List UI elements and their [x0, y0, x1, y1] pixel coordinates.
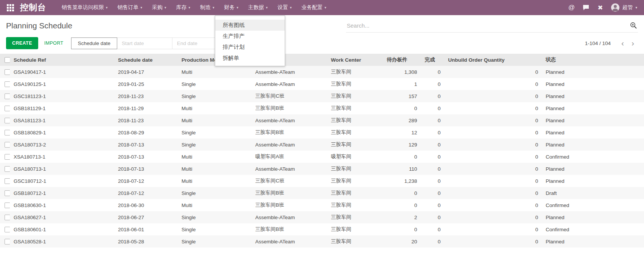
- table-cell: GSB180630-1: [10, 199, 114, 211]
- mention-icon[interactable]: @: [565, 0, 578, 15]
- search-bar[interactable]: Search...: [346, 21, 638, 33]
- table-cell: 0: [444, 66, 542, 78]
- table-row[interactable]: GSA180713-12018-07-13MultiAssemble-ATeam…: [0, 163, 644, 175]
- search-input[interactable]: Search...: [347, 22, 369, 29]
- nav-menu-item[interactable]: 销售菜单访问权限▾: [57, 0, 113, 15]
- table-row[interactable]: GSB180630-12018-06-30Multi三胺车间B班三胺车间000C…: [0, 199, 644, 211]
- table-cell: 吸塑车间A班: [251, 151, 327, 163]
- table-cell: Planned: [542, 114, 644, 126]
- nav-menu-label: 采购: [152, 4, 163, 11]
- table-cell: 2018-11-23: [114, 114, 178, 126]
- table-row[interactable]: GSA190125-12019-01-25SingleAssemble-ATea…: [0, 78, 644, 90]
- nav-menu-label: 制造: [200, 4, 211, 11]
- app-title[interactable]: 控制台: [20, 2, 46, 13]
- table-cell: 三胺车间: [327, 187, 383, 199]
- table-cell: 2018-06-27: [114, 211, 178, 223]
- table-cell: 三胺车间: [327, 102, 383, 114]
- row-checkbox[interactable]: [5, 154, 10, 160]
- nav-menu-item[interactable]: 主数据▾: [243, 0, 273, 15]
- row-checkbox[interactable]: [5, 142, 10, 148]
- row-checkbox[interactable]: [5, 106, 10, 111]
- table-row[interactable]: GSC180712-12018-07-12Multi三胺车间C班三胺车间1,23…: [0, 175, 644, 187]
- dropdown-menu-item[interactable]: 所有图纸: [215, 20, 285, 31]
- table-cell: Planned: [542, 90, 644, 102]
- table-row[interactable]: GSA180713-22018-07-13SingleAssemble-ATea…: [0, 139, 644, 151]
- nav-menu-item[interactable]: 库存▾: [171, 0, 196, 15]
- user-menu[interactable]: 超管 ▾: [608, 0, 640, 15]
- table-cell: Assemble-ATeam: [251, 78, 327, 90]
- table-row[interactable]: GSA180627-12018-06-27SingleAssemble-ATea…: [0, 211, 644, 223]
- table-cell: 0: [421, 211, 444, 223]
- table-cell: Single: [178, 223, 251, 235]
- chevron-down-icon: ▾: [237, 6, 239, 9]
- row-checkbox[interactable]: [5, 130, 10, 136]
- table-row[interactable]: GSA181123-12018-11-23MultiAssemble-ATeam…: [0, 114, 644, 126]
- table-cell: 2018-08-29: [114, 126, 178, 139]
- column-header[interactable]: Work Center: [327, 54, 383, 66]
- nav-menu-item[interactable]: 设置▾: [273, 0, 297, 15]
- row-checkbox[interactable]: [5, 69, 10, 75]
- messages-icon[interactable]: [579, 0, 592, 15]
- column-header[interactable]: Schedule date: [114, 54, 178, 66]
- row-checkbox[interactable]: [5, 239, 10, 245]
- create-button[interactable]: CREATE: [6, 37, 38, 49]
- column-header[interactable]: 状态: [542, 54, 644, 66]
- import-button[interactable]: IMPORT: [44, 40, 64, 46]
- table-cell: 三胺车间C班: [251, 90, 327, 102]
- nav-menu-item[interactable]: 销售订单▾: [113, 0, 147, 15]
- table-cell: Single: [178, 90, 251, 102]
- search-icon[interactable]: [630, 22, 637, 29]
- column-header[interactable]: 待办板件: [383, 54, 421, 66]
- table-cell: Planned: [542, 175, 644, 187]
- row-checkbox[interactable]: [5, 202, 10, 208]
- pager-next-button[interactable]: ›: [628, 39, 638, 47]
- pager-previous-button[interactable]: ‹: [618, 39, 628, 47]
- row-checkbox[interactable]: [5, 81, 10, 87]
- column-header[interactable]: 完成: [421, 54, 444, 66]
- start-date-input[interactable]: Start date: [117, 37, 172, 49]
- row-checkbox[interactable]: [5, 215, 10, 220]
- table-cell: 0: [421, 114, 444, 126]
- table-row[interactable]: GSA180528-12018-05-28SingleAssemble-ATea…: [0, 235, 644, 248]
- dropdown-menu-item[interactable]: 拆解单: [215, 53, 285, 64]
- row-checkbox[interactable]: [5, 118, 10, 123]
- table-cell: 0: [383, 102, 421, 114]
- nav-menu-item[interactable]: 财务▾: [219, 0, 244, 15]
- nav-menu-label: 业务配置: [301, 4, 323, 11]
- table-row[interactable]: GSB180829-12018-08-29Single三胺车间B班三胺车间120…: [0, 126, 644, 139]
- table-cell: 三胺车间B班: [251, 187, 327, 199]
- nav-menu-item[interactable]: 制造▾: [195, 0, 219, 15]
- table-cell: 0: [421, 102, 444, 114]
- nav-menu-item[interactable]: 业务配置▾: [296, 0, 331, 15]
- select-all-checkbox[interactable]: [5, 57, 10, 63]
- table-cell: 110: [383, 163, 421, 175]
- row-checkbox[interactable]: [5, 227, 10, 232]
- table-cell: 三胺车间: [327, 223, 383, 235]
- schedule-date-filter-button[interactable]: Schedule date: [71, 37, 117, 49]
- nav-menu-item[interactable]: 采购▾: [147, 0, 171, 15]
- row-checkbox[interactable]: [5, 166, 10, 172]
- table-cell: 2018-05-28: [114, 235, 178, 248]
- table-row[interactable]: GSC181123-12018-11-23Single三胺车间C班三胺车间157…: [0, 90, 644, 102]
- table-row[interactable]: GSB181129-12018-11-29Multi三胺车间B班三胺车间000P…: [0, 102, 644, 114]
- table-cell: GSA181123-1: [10, 114, 114, 126]
- tools-icon[interactable]: ✖: [594, 0, 607, 15]
- dropdown-menu-item[interactable]: 生产排产: [215, 31, 285, 42]
- main-menu-bar: 销售菜单访问权限▾销售订单▾采购▾库存▾制造▾财务▾主数据▾设置▾业务配置▾: [57, 0, 331, 15]
- table-cell: Single: [178, 126, 251, 139]
- row-checkbox[interactable]: [5, 190, 10, 196]
- apps-menu-icon[interactable]: [5, 2, 16, 14]
- table-cell: Single: [178, 187, 251, 199]
- table-row[interactable]: GSB180601-12018-06-01Single三胺车间B班三胺车间000…: [0, 223, 644, 235]
- table-cell: XSA180713-1: [10, 151, 114, 163]
- row-checkbox[interactable]: [5, 178, 10, 184]
- column-header[interactable]: Schedule Ref: [10, 54, 114, 66]
- table-cell: Confirmed: [542, 151, 644, 163]
- table-row[interactable]: GSA190417-12019-04-17MultiAssemble-ATeam…: [0, 66, 644, 78]
- column-header[interactable]: Unbuild Order Quantity: [444, 54, 542, 66]
- dropdown-menu-item[interactable]: 排产计划: [215, 42, 285, 53]
- row-checkbox[interactable]: [5, 93, 10, 99]
- table-row[interactable]: GSB180712-12018-07-12Single三胺车间B班三胺车间000…: [0, 187, 644, 199]
- table-cell: 2018-06-30: [114, 199, 178, 211]
- table-row[interactable]: XSA180713-12018-07-13Multi吸塑车间A班吸塑车间000C…: [0, 151, 644, 163]
